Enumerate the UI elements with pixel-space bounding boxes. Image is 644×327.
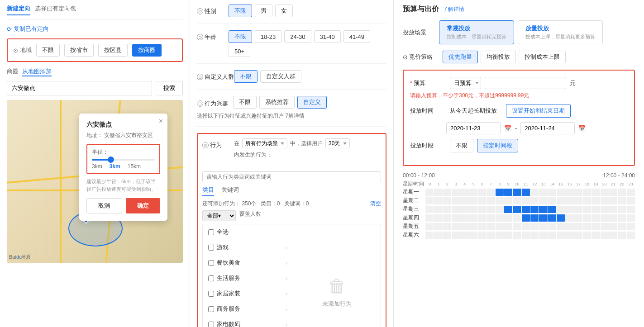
schedule-cell[interactable]	[522, 223, 530, 230]
schedule-cell[interactable]	[513, 189, 521, 196]
schedule-cell[interactable]	[592, 223, 600, 230]
region-btn-province[interactable]: 按省市	[64, 44, 94, 57]
end-date-calendar-icon[interactable]: 📅	[578, 125, 586, 132]
schedule-cell[interactable]	[487, 214, 495, 222]
schedule-cell[interactable]	[601, 197, 609, 204]
schedule-cell[interactable]	[618, 197, 626, 204]
schedule-cell[interactable]	[618, 232, 626, 239]
schedule-cell[interactable]	[565, 223, 573, 230]
schedule-cell[interactable]	[557, 197, 565, 204]
schedule-cell[interactable]	[592, 197, 600, 204]
schedule-cell[interactable]	[443, 232, 451, 239]
schedule-cell[interactable]	[609, 189, 617, 196]
schedule-cell[interactable]	[460, 197, 468, 204]
map-tab-from-map[interactable]: 从地图添加	[22, 67, 52, 76]
filter-select[interactable]: 全部▾	[202, 210, 236, 221]
schedule-cell[interactable]	[478, 214, 486, 222]
radius-slider[interactable]	[92, 159, 155, 161]
schedule-cell[interactable]	[443, 223, 451, 230]
radius-opt-3km-1[interactable]: 3km	[92, 163, 102, 170]
schedule-cell[interactable]	[530, 214, 539, 222]
schedule-cell[interactable]	[609, 214, 617, 222]
schedule-cell[interactable]	[452, 232, 460, 239]
age-btn-unlimited[interactable]: 不限	[229, 30, 252, 43]
schedule-cell[interactable]	[592, 232, 600, 239]
schedule-cell[interactable]	[627, 206, 635, 213]
schedule-cell[interactable]	[627, 214, 635, 222]
schedule-cell[interactable]	[522, 189, 530, 196]
schedule-cell[interactable]	[504, 197, 512, 204]
schedule-cell[interactable]	[627, 232, 635, 239]
budget-input[interactable]	[485, 77, 566, 89]
schedule-cell[interactable]	[557, 214, 565, 222]
schedule-cell[interactable]	[530, 206, 539, 213]
schedule-cell[interactable]	[469, 223, 477, 230]
schedule-cell[interactable]	[530, 223, 539, 230]
schedule-cell[interactable]	[496, 223, 504, 230]
schedule-cell[interactable]	[530, 189, 539, 196]
age-btn-24-30[interactable]: 24-30	[284, 30, 311, 43]
schedule-cell[interactable]	[487, 189, 495, 196]
schedule-cell[interactable]	[574, 189, 582, 196]
schedule-cell[interactable]	[609, 232, 617, 239]
schedule-cell[interactable]	[496, 232, 504, 239]
schedule-cell[interactable]	[530, 232, 539, 239]
schedule-cell[interactable]	[443, 189, 451, 196]
schedule-cell[interactable]	[609, 223, 617, 230]
schedule-cell[interactable]	[627, 189, 635, 196]
schedule-cell[interactable]	[425, 214, 434, 222]
cat-item-business[interactable]: 商务服务 ›	[203, 301, 293, 317]
schedule-cell[interactable]	[548, 232, 556, 239]
schedule-cell[interactable]	[460, 214, 468, 222]
cat-tab-keyword[interactable]: 关键词	[221, 186, 239, 196]
copy-link[interactable]: ⟳ 复制已有定向	[7, 25, 183, 33]
schedule-cell[interactable]	[548, 189, 556, 196]
schedule-cell[interactable]	[434, 197, 442, 204]
schedule-cell[interactable]	[548, 206, 556, 213]
schedule-cell[interactable]	[504, 232, 512, 239]
schedule-cell[interactable]	[469, 214, 477, 222]
schedule-cell[interactable]	[618, 214, 626, 222]
schedule-cell[interactable]	[583, 223, 591, 230]
schedule-cell[interactable]	[496, 206, 504, 213]
radius-opt-15km[interactable]: 15km	[128, 163, 141, 170]
start-date-calendar-icon[interactable]: 📅	[504, 125, 511, 132]
schedule-cell[interactable]	[513, 214, 521, 222]
schedule-cell[interactable]	[478, 232, 486, 239]
schedule-cell[interactable]	[469, 197, 477, 204]
scene-card-volume[interactable]: 放量投放 按成本上浮，尽量消耗更多预算	[518, 20, 603, 44]
region-btn-unlimited[interactable]: 不限	[36, 44, 60, 57]
schedule-cell[interactable]	[469, 232, 477, 239]
cat-item-all[interactable]: 全选	[203, 224, 293, 240]
schedule-cell[interactable]	[496, 197, 504, 204]
set-date-button[interactable]: 设置开始和结束日期	[506, 104, 571, 118]
schedule-cell[interactable]	[557, 223, 565, 230]
popup-close-icon[interactable]: ×	[159, 117, 163, 125]
schedule-cell[interactable]	[530, 197, 539, 204]
cat-item-food[interactable]: 餐饮美食 ›	[203, 255, 293, 270]
schedule-cell[interactable]	[627, 223, 635, 230]
schedule-cell[interactable]	[452, 223, 460, 230]
schedule-cell[interactable]	[452, 197, 460, 204]
schedule-cell[interactable]	[574, 197, 582, 204]
cat-checkbox-all[interactable]	[208, 229, 214, 235]
cat-checkbox-food[interactable]	[208, 260, 214, 266]
schedule-cell[interactable]	[618, 189, 626, 196]
behavior-interest-btn-system[interactable]: 系统推荐	[259, 96, 295, 109]
learn-more-link[interactable]: 了解详情	[443, 5, 464, 13]
schedule-cell[interactable]	[504, 206, 512, 213]
gender-btn-female[interactable]: 女	[275, 5, 293, 17]
schedule-cell[interactable]	[487, 206, 495, 213]
schedule-cell[interactable]	[425, 223, 434, 230]
schedule-cell[interactable]	[601, 232, 609, 239]
schedule-cell[interactable]	[539, 197, 547, 204]
schedule-cell[interactable]	[513, 206, 521, 213]
schedule-cell[interactable]	[557, 232, 565, 239]
schedule-cell[interactable]	[557, 189, 565, 196]
bid-btn-cost[interactable]: 控制成本上限	[519, 51, 566, 63]
budget-type-select[interactable]: 日预算	[450, 77, 481, 89]
cat-checkbox-business[interactable]	[208, 306, 214, 312]
schedule-cell[interactable]	[443, 206, 451, 213]
schedule-cell[interactable]	[565, 232, 573, 239]
schedule-cell[interactable]	[548, 223, 556, 230]
